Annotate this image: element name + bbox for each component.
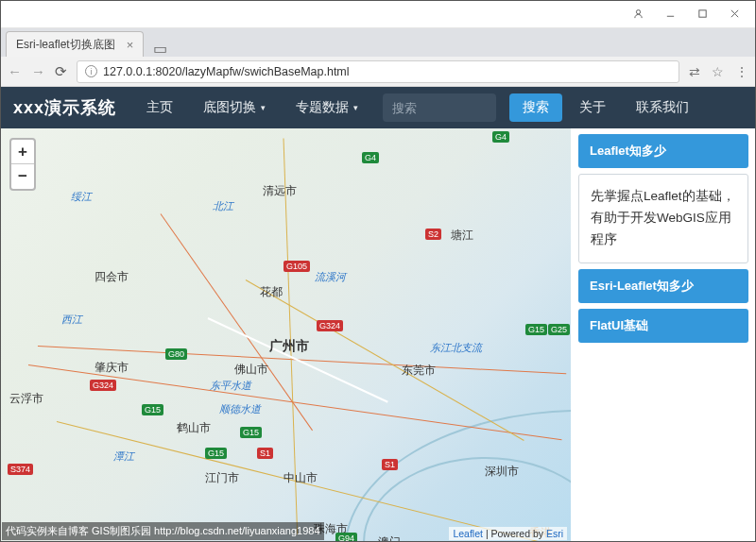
road-badge: G4	[492, 131, 509, 143]
browser-toolbar: ← → ⟳ i 127.0.0.1:8020/lazyMapfw/swichBa…	[0, 57, 756, 87]
close-button[interactable]	[718, 4, 750, 25]
nav-contact[interactable]: 联系我们	[623, 87, 702, 128]
city-label: 花都	[260, 284, 283, 300]
window-titlebar	[0, 0, 756, 28]
city-label: 东莞市	[402, 363, 436, 379]
browser-tabstrip: Esri-leaflet切换底图 × ▭	[0, 28, 756, 57]
nav-theme[interactable]: 专题数据▾	[283, 87, 371, 128]
accordion-header-leaflet[interactable]: Leaflet知多少	[578, 134, 748, 168]
city-label: 江门市	[205, 470, 239, 486]
watermark: 代码实例来自博客 GIS制图乐园 http://blog.csdn.net/li…	[2, 522, 324, 540]
tab-title: Esri-leaflet切换底图	[16, 37, 115, 53]
river-label: 北江	[213, 199, 233, 213]
city-label: 肇庆市	[94, 360, 129, 376]
url-text: 127.0.0.1:8020/lazyMapfw/swichBaseMap.ht…	[103, 65, 350, 78]
svg-rect-2	[698, 10, 705, 17]
road-badge: G80	[165, 348, 187, 360]
app-navbar: xxx演示系统 主页 底图切换▾ 专题数据▾ 搜索 关于 联系我们	[0, 87, 756, 128]
road-badge: S2	[425, 229, 441, 240]
translate-icon[interactable]: ⇄	[689, 64, 700, 79]
maximize-button[interactable]	[686, 4, 718, 25]
road-badge: G25	[548, 324, 570, 335]
minimize-button[interactable]	[654, 4, 686, 25]
browser-tab[interactable]: Esri-leaflet切换底图 ×	[6, 31, 144, 57]
nav-basemap[interactable]: 底图切换▾	[190, 87, 279, 128]
bookmark-icon[interactable]: ☆	[712, 64, 724, 79]
city-label: 中山市	[284, 470, 318, 486]
leaflet-link[interactable]: Leaflet	[453, 528, 483, 539]
river-label: 东江北支流	[430, 341, 482, 355]
road-badge: G4	[362, 152, 379, 163]
search-input[interactable]	[383, 93, 496, 122]
road-badge: S1	[257, 448, 273, 459]
accordion-header-esri[interactable]: Esri-Leaflet知多少	[578, 269, 748, 303]
river-label: 绥江	[71, 190, 92, 204]
esri-link[interactable]: Esri	[546, 528, 563, 539]
brand: xxx演示系统	[13, 96, 116, 119]
road-badge: G324	[317, 320, 343, 331]
river-label: 东平水道	[210, 379, 251, 393]
city-label: 澳门	[378, 534, 401, 542]
zoom-control: + −	[9, 138, 36, 191]
map-viewport[interactable]: 绥江 北江 西江 流溪河 东江北支流 东平水道 顺德水道 潭江 广州市 佛山市 …	[0, 128, 571, 542]
road-badge: G105	[284, 261, 310, 272]
nav-about[interactable]: 关于	[566, 87, 619, 128]
road-badge: G94	[335, 533, 357, 542]
watermark-link[interactable]: http://blog.csdn.net/liyuanxiang1984	[154, 525, 320, 536]
sidebar: Leaflet知多少 先掌握点Leaflet的基础，有助于开发WebGIS应用程…	[571, 128, 756, 542]
accordion-header-flatui[interactable]: FlatUI基础	[578, 309, 748, 343]
zoom-in-button[interactable]: +	[11, 140, 34, 164]
nav-home[interactable]: 主页	[133, 87, 186, 128]
accordion-body-leaflet: 先掌握点Leaflet的基础，有助于开发WebGIS应用程序	[578, 174, 748, 263]
road-badge: G15	[240, 427, 262, 438]
city-label: 广州市	[269, 338, 309, 355]
zoom-out-button[interactable]: −	[11, 164, 34, 189]
road-badge: S374	[8, 464, 33, 475]
back-button[interactable]: ←	[8, 63, 22, 79]
river-label: 潭江	[113, 449, 134, 464]
url-box[interactable]: i 127.0.0.1:8020/lazyMapfw/swichBaseMap.…	[77, 60, 679, 83]
road-badge: G15	[142, 404, 163, 415]
road-badge: G324	[90, 380, 116, 391]
forward-button: →	[31, 63, 45, 79]
river-label: 流溪河	[315, 270, 346, 284]
road-badge: G15	[205, 448, 227, 459]
city-label: 鹤山市	[177, 420, 211, 436]
svg-point-0	[636, 10, 640, 14]
city-label: 清远市	[263, 183, 297, 199]
river-label: 顺德水道	[219, 402, 261, 416]
city-label: 佛山市	[234, 362, 268, 378]
map-attribution: Leaflet | Powered by Esri	[449, 527, 567, 540]
tab-close-icon[interactable]: ×	[127, 38, 134, 52]
river-label: 西江	[61, 313, 82, 327]
city-label: 四会市	[94, 269, 129, 285]
city-label: 云浮市	[9, 391, 43, 407]
city-label: 深圳市	[485, 464, 519, 480]
chevron-down-icon: ▾	[261, 103, 266, 112]
user-icon[interactable]	[622, 4, 654, 25]
menu-icon[interactable]: ⋮	[735, 64, 748, 79]
reload-button[interactable]: ⟳	[55, 63, 67, 80]
content-row: 绥江 北江 西江 流溪河 东江北支流 东平水道 顺德水道 潭江 广州市 佛山市 …	[0, 128, 756, 542]
new-tab-button[interactable]: ▭	[149, 40, 170, 57]
city-label: 塘江	[451, 228, 473, 244]
search-button[interactable]: 搜索	[509, 93, 562, 122]
chevron-down-icon: ▾	[353, 103, 358, 112]
road-badge: G15	[525, 324, 547, 335]
road-badge: S1	[382, 459, 398, 470]
site-info-icon[interactable]: i	[85, 65, 97, 77]
